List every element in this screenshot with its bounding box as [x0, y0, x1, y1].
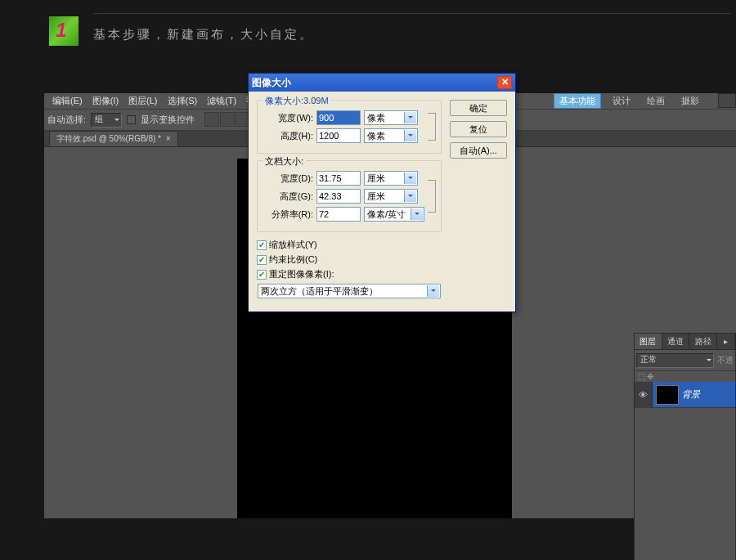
align-icon[interactable]: [220, 112, 235, 127]
visibility-eye-icon[interactable]: 👁: [635, 382, 653, 408]
align-icon[interactable]: [204, 112, 219, 127]
resolution-unit-select[interactable]: 像素/英寸: [364, 207, 424, 222]
width-label: 宽度(W):: [263, 112, 313, 124]
width-input[interactable]: [316, 110, 361, 125]
constrain-checkbox[interactable]: ✔: [257, 255, 267, 265]
panel-menu-icon[interactable]: ▸: [717, 334, 735, 349]
opacity-label: 不透: [717, 355, 734, 366]
layer-name: 背景: [682, 388, 700, 401]
autoselect-target-select[interactable]: 组: [91, 113, 122, 128]
step-description: 基本步骤，新建画布，大小自定。: [93, 25, 314, 43]
doc-height-input[interactable]: [316, 189, 361, 204]
menu-edit[interactable]: 编辑(E): [47, 95, 88, 107]
menu-layer[interactable]: 图层(L): [123, 95, 162, 107]
resample-method-select[interactable]: 两次立方（适用于平滑渐变）: [258, 284, 441, 298]
show-transform-label: 显示变换控件: [141, 114, 195, 126]
resample-label: 重定图像像素(I):: [269, 268, 334, 280]
document-tab[interactable]: 字特效.psd @ 50%(RGB/8) * ×: [49, 131, 178, 146]
ok-button[interactable]: 确定: [450, 100, 507, 116]
doc-width-label: 宽度(D):: [263, 172, 313, 185]
height-label: 高度(H):: [263, 130, 313, 142]
document-size-legend: 文档大小:: [263, 155, 306, 168]
scale-styles-checkbox[interactable]: ✔: [257, 240, 267, 250]
doc-height-unit-select[interactable]: 厘米: [364, 189, 418, 204]
blend-mode-select[interactable]: 正常: [636, 353, 714, 368]
layer-thumbnail[interactable]: [656, 385, 679, 405]
pixel-dimensions-legend: 像素大小:3.09M: [263, 95, 331, 107]
height-input[interactable]: [316, 128, 361, 143]
autoselect-label: 自动选择:: [47, 114, 86, 126]
lock-row: ⬚ ✥: [635, 371, 735, 382]
dialog-title: 图像大小: [252, 76, 291, 90]
doc-height-label: 高度(G):: [263, 190, 313, 203]
doc-width-input[interactable]: [316, 171, 361, 186]
height-unit-select[interactable]: 像素: [364, 128, 418, 143]
scale-styles-label: 缩放样式(Y): [269, 239, 317, 251]
tab-layers[interactable]: 图层: [635, 334, 662, 349]
image-size-dialog: 图像大小 ✕ 像素大小:3.09M 宽度(W): 像素 高度(H):: [248, 73, 516, 312]
close-tab-icon[interactable]: ×: [166, 134, 171, 143]
workspace-basic-button[interactable]: 基本功能: [554, 93, 601, 109]
doc-width-unit-select[interactable]: 厘米: [364, 171, 418, 186]
close-icon[interactable]: ✕: [497, 76, 512, 89]
show-transform-checkbox[interactable]: [127, 115, 136, 124]
lock-position-icon[interactable]: ✥: [647, 372, 653, 381]
panel-toggle-icon[interactable]: [718, 93, 736, 108]
step-number-badge: 1: [49, 16, 79, 46]
link-doc-dimensions-icon[interactable]: [428, 180, 436, 213]
menu-select[interactable]: 选择(S): [163, 95, 203, 107]
width-unit-select[interactable]: 像素: [364, 110, 418, 125]
resample-checkbox[interactable]: ✔: [257, 270, 267, 280]
auto-button[interactable]: 自动(A)...: [450, 142, 507, 159]
link-dimensions-icon[interactable]: [428, 113, 436, 141]
workspace-photo[interactable]: 摄影: [676, 95, 704, 107]
resolution-label: 分辨率(R):: [263, 208, 313, 221]
tab-paths[interactable]: 路径: [689, 334, 717, 349]
reset-button[interactable]: 复位: [450, 121, 507, 137]
menu-filter[interactable]: 滤镜(T): [202, 95, 241, 107]
lock-pixels-icon[interactable]: ⬚: [638, 372, 645, 381]
document-tab-label: 字特效.psd @ 50%(RGB/8) *: [56, 134, 161, 143]
menu-image[interactable]: 图像(I): [88, 95, 123, 107]
constrain-label: 约束比例(C): [269, 253, 317, 266]
resolution-input[interactable]: [316, 207, 361, 222]
tab-channels[interactable]: 通道: [662, 334, 690, 349]
layer-background[interactable]: 👁 背景: [635, 382, 735, 408]
layers-panel: 图层 通道 路径 ▸ 正常 不透 ⬚ ✥ 👁 背景 ⊂⊃ fx ◐ ◑: [634, 333, 736, 560]
workspace-paint[interactable]: 绘画: [642, 95, 670, 107]
workspace-design[interactable]: 设计: [608, 95, 635, 107]
